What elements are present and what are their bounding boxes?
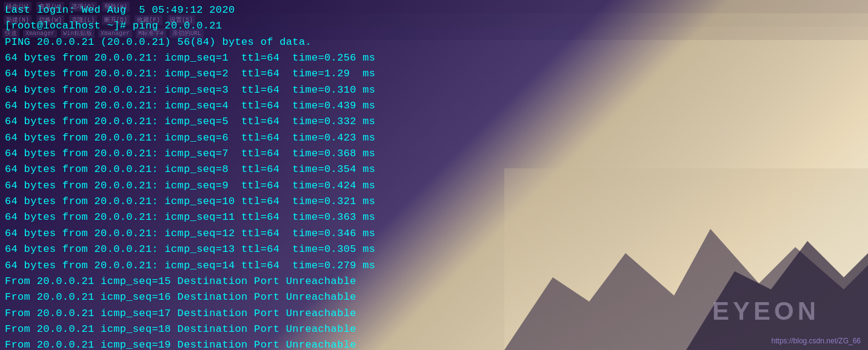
terminal-content: Last login: Wed Aug 5 05:49:12 2020 [roo… bbox=[0, 0, 868, 350]
line-seq15-unreachable: From 20.0.0.21 icmp_seq=15 Destination P… bbox=[5, 274, 863, 289]
line-seq11: 64 bytes from 20.0.0.21: icmp_seq=11 ttl… bbox=[5, 210, 863, 225]
line-seq5: 64 bytes from 20.0.0.21: icmp_seq=5 ttl=… bbox=[5, 114, 863, 130]
line-seq4: 64 bytes from 20.0.0.21: icmp_seq=4 ttl=… bbox=[5, 98, 863, 114]
line-ping-header: PING 20.0.0.21 (20.0.0.21) 56(84) bytes … bbox=[5, 35, 863, 50]
line-seq9: 64 bytes from 20.0.0.21: icmp_seq=9 ttl=… bbox=[5, 178, 863, 194]
line-seq1: 64 bytes from 20.0.0.21: icmp_seq=1 ttl=… bbox=[5, 50, 863, 66]
line-seq8: 64 bytes from 20.0.0.21: icmp_seq=8 ttl=… bbox=[5, 162, 863, 177]
line-seq6: 64 bytes from 20.0.0.21: icmp_seq=6 ttl=… bbox=[5, 130, 863, 146]
line-seq19-unreachable: From 20.0.0.21 icmp_seq=19 Destination P… bbox=[5, 337, 863, 350]
line-seq17-unreachable: From 20.0.0.21 icmp_seq=17 Destination P… bbox=[5, 306, 863, 322]
terminal-window: Last login: Wed Aug 5 05:49:12 2020 [roo… bbox=[0, 0, 868, 350]
line-seq16-unreachable: From 20.0.0.21 icmp_seq=16 Destination P… bbox=[5, 289, 863, 305]
line-prompt: [root@localhost ~]# ping 20.0.0.21 bbox=[5, 18, 863, 34]
line-seq14: 64 bytes from 20.0.0.21: icmp_seq=14 ttl… bbox=[5, 258, 863, 274]
line-seq18-unreachable: From 20.0.0.21 icmp_seq=18 Destination P… bbox=[5, 322, 863, 337]
line-seq7: 64 bytes from 20.0.0.21: icmp_seq=7 ttl=… bbox=[5, 146, 863, 162]
line-seq10: 64 bytes from 20.0.0.21: icmp_seq=10 ttl… bbox=[5, 194, 863, 210]
line-seq3: 64 bytes from 20.0.0.21: icmp_seq=3 ttl=… bbox=[5, 82, 863, 98]
line-seq2: 64 bytes from 20.0.0.21: icmp_seq=2 ttl=… bbox=[5, 66, 863, 82]
line-seq13: 64 bytes from 20.0.0.21: icmp_seq=13 ttl… bbox=[5, 242, 863, 257]
csdn-watermark: https://blog.csdn.net/ZG_66 bbox=[772, 337, 861, 345]
line-seq12: 64 bytes from 20.0.0.21: icmp_seq=12 ttl… bbox=[5, 226, 863, 242]
line-last-login: Last login: Wed Aug 5 05:49:12 2020 bbox=[5, 2, 863, 18]
